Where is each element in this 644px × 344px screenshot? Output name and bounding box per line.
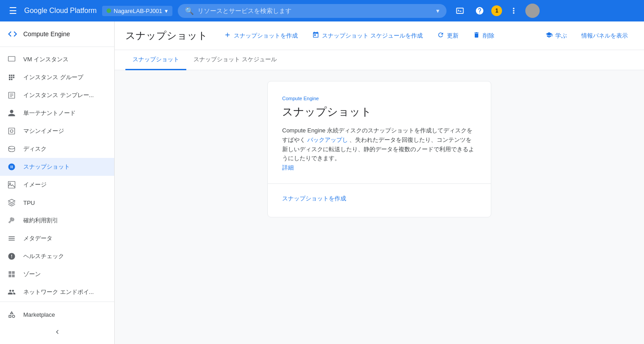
disks-icon xyxy=(7,144,16,153)
sidebar-item-tpu-label: TPU xyxy=(23,200,35,206)
sidebar-item-zones[interactable]: ゾーン xyxy=(0,265,114,283)
sidebar-item-instance-templates-label: インスタンス テンプレー... xyxy=(23,91,94,99)
project-selector[interactable]: NagareLAB-PJ001 ▾ xyxy=(102,6,172,16)
sidebar-item-disks[interactable]: ディスク xyxy=(0,140,114,158)
sidebar-item-machine-images[interactable]: マシンイメージ xyxy=(0,122,114,140)
metadata-icon xyxy=(7,234,16,243)
sidebar-item-committed-use[interactable]: 確約利用割引 xyxy=(0,212,114,229)
search-icon: 🔍 xyxy=(185,7,194,15)
svg-rect-2 xyxy=(9,128,15,134)
card-description: Compute Engine 永続ディスクのスナップショットを作成してディスクを… xyxy=(282,126,477,173)
service-title: Compute Engine xyxy=(23,30,70,38)
delete-icon xyxy=(473,31,480,40)
health-checks-icon xyxy=(7,252,16,261)
page-actions-right: 学ぶ 情報パネルを表示 xyxy=(540,29,633,42)
sidebar-item-images[interactable]: イメージ xyxy=(0,176,114,194)
sidebar-item-sole-tenant[interactable]: 単一テナントノード xyxy=(0,104,114,122)
tab-schedule[interactable]: スナップショット スケジュール xyxy=(186,50,284,70)
top-header: ☰ Google Cloud Platform NagareLAB-PJ001 … xyxy=(0,0,644,21)
page-title: スナップショット xyxy=(125,29,208,42)
instance-templates-icon xyxy=(7,91,16,100)
sidebar-item-health-checks[interactable]: ヘルスチェック xyxy=(0,247,114,265)
tab-snapshots[interactable]: スナップショット xyxy=(125,50,186,70)
search-bar[interactable]: 🔍 ▾ xyxy=(178,4,447,18)
vm-icon xyxy=(7,55,16,64)
sidebar-item-committed-use-label: 確約利用割引 xyxy=(23,217,58,225)
hamburger-menu-icon[interactable]: ☰ xyxy=(7,4,19,18)
create-snapshot-action[interactable]: スナップショットを作成 xyxy=(282,195,346,202)
sidebar-item-vm-label: VM インスタンス xyxy=(23,55,69,64)
learn-button[interactable]: 学ぶ xyxy=(540,29,572,42)
tpu-icon xyxy=(7,198,16,207)
page-header: スナップショット スナップショットを作成 スナップショット スケジュールを作成 xyxy=(115,21,644,50)
sidebar-item-metadata-label: メタデータ xyxy=(23,234,52,242)
card-service-label: Compute Engine xyxy=(282,96,477,101)
sidebar: Compute Engine VM インスタンス インスタンス グループ xyxy=(0,21,115,344)
sidebar-item-images-label: イメージ xyxy=(23,181,47,189)
zones-icon xyxy=(7,270,16,279)
avatar[interactable] xyxy=(525,4,540,18)
collapse-sidebar-button[interactable] xyxy=(0,323,114,340)
machine-images-icon xyxy=(7,127,16,136)
sidebar-item-machine-images-label: マシンイメージ xyxy=(23,127,64,135)
sidebar-item-network-endpoints-label: ネットワーク エンドポイ... xyxy=(23,288,94,296)
create-snapshot-icon xyxy=(224,31,231,40)
svg-point-6 xyxy=(9,183,11,184)
delete-button[interactable]: 削除 xyxy=(468,29,500,42)
snapshots-icon xyxy=(7,162,16,171)
learn-icon xyxy=(545,31,553,40)
marketplace-icon xyxy=(7,310,16,319)
sidebar-item-health-checks-label: ヘルスチェック xyxy=(23,252,64,260)
project-dropdown-icon: ▾ xyxy=(165,8,168,14)
page-actions: スナップショットを作成 スナップショット スケジュールを作成 更新 xyxy=(219,29,533,42)
create-snapshot-button[interactable]: スナップショットを作成 xyxy=(219,29,303,42)
network-endpoints-icon xyxy=(7,288,16,297)
sidebar-item-instance-groups[interactable]: インスタンス グループ xyxy=(0,68,114,86)
tabs-bar: スナップショット スナップショット スケジュール xyxy=(115,50,644,70)
card-title: スナップショット xyxy=(282,105,477,119)
notification-badge[interactable]: 1 xyxy=(491,5,502,16)
instance-groups-icon xyxy=(7,73,16,82)
sidebar-footer: Marketplace xyxy=(0,302,114,344)
info-panel-button[interactable]: 情報パネルを表示 xyxy=(576,29,633,42)
search-input[interactable] xyxy=(197,7,433,14)
sidebar-item-tpu[interactable]: TPU xyxy=(0,194,114,212)
create-schedule-button[interactable]: スナップショット スケジュールを作成 xyxy=(307,29,428,42)
sidebar-header: Compute Engine xyxy=(0,21,114,47)
empty-state-card: Compute Engine スナップショット Compute Engine 永… xyxy=(267,81,491,217)
sidebar-item-vm[interactable]: VM インスタンス xyxy=(0,51,114,68)
description-link1[interactable]: バックアップし xyxy=(307,136,348,143)
images-icon xyxy=(7,180,16,189)
refresh-icon xyxy=(437,31,444,40)
refresh-button[interactable]: 更新 xyxy=(432,29,464,42)
sidebar-item-marketplace-label: Marketplace xyxy=(23,311,55,318)
sidebar-item-instance-templates[interactable]: インスタンス テンプレー... xyxy=(0,86,114,104)
sidebar-item-snapshots[interactable]: スナップショット xyxy=(0,158,114,176)
terminal-icon-button[interactable] xyxy=(452,3,468,19)
sidebar-item-instance-groups-label: インスタンス グループ xyxy=(23,73,83,81)
search-dropdown-icon: ▾ xyxy=(436,7,439,14)
layout: Compute Engine VM インスタンス インスタンス グループ xyxy=(0,21,644,344)
create-schedule-icon xyxy=(312,31,319,40)
sidebar-item-marketplace[interactable]: Marketplace xyxy=(0,306,114,323)
sidebar-item-metadata[interactable]: メタデータ xyxy=(0,229,114,247)
learn-more-link[interactable]: 詳細 xyxy=(282,164,294,171)
compute-engine-icon xyxy=(7,29,18,39)
help-icon-button[interactable] xyxy=(472,3,488,19)
main-content: スナップショット スナップショットを作成 スナップショット スケジュールを作成 xyxy=(115,21,644,344)
logo-text: Google Cloud Platform xyxy=(24,7,97,15)
sole-tenant-icon xyxy=(7,109,16,118)
sidebar-item-sole-tenant-label: 単一テナントノード xyxy=(23,109,76,117)
committed-use-icon xyxy=(7,216,16,225)
svg-point-3 xyxy=(10,130,13,132)
card-divider xyxy=(268,183,491,184)
sidebar-item-zones-label: ゾーン xyxy=(23,270,41,278)
sidebar-item-disks-label: ディスク xyxy=(23,145,47,153)
sidebar-item-network-endpoints[interactable]: ネットワーク エンドポイ... xyxy=(0,283,114,301)
project-name: NagareLAB-PJ001 xyxy=(114,8,162,14)
content-area: Compute Engine スナップショット Compute Engine 永… xyxy=(115,70,644,344)
svg-point-4 xyxy=(9,146,15,149)
sidebar-item-snapshots-label: スナップショット xyxy=(23,163,70,171)
more-options-icon-button[interactable] xyxy=(506,3,522,19)
svg-rect-0 xyxy=(9,56,15,61)
